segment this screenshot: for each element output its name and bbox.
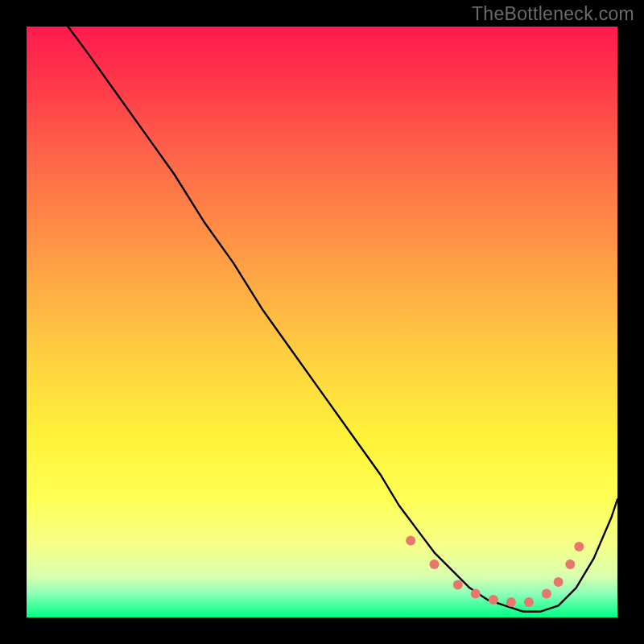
plot-area [27,27,617,617]
curve-marker [554,577,564,587]
curve-marker [430,559,440,569]
curve-marker [506,597,516,607]
curve-marker [453,580,463,590]
curve-marker [524,597,534,607]
curve-marker [542,589,551,599]
curve-marker [471,589,481,599]
chart-frame: TheBottleneck.com [0,0,644,644]
curve-marker [489,595,498,605]
curve-marker [565,559,575,569]
watermark-text: TheBottleneck.com [472,3,634,25]
curve-marker [406,536,415,546]
curve-markers [406,536,584,607]
curve-marker [574,542,584,551]
curve-svg [27,27,617,617]
bottleneck-curve [68,27,617,612]
